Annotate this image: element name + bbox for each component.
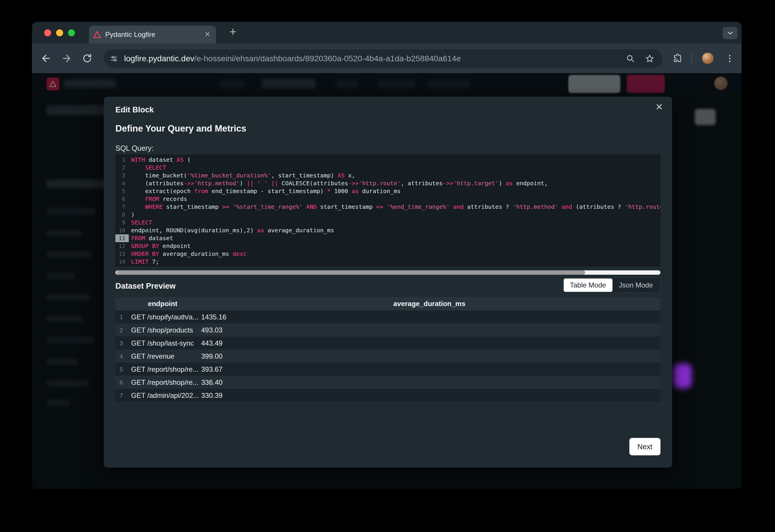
code-line[interactable]: 14LIMIT 7; — [115, 258, 661, 266]
browser-window: Pydantic Logfire × + log — [32, 22, 742, 489]
code-line[interactable]: 6 FROM records — [115, 195, 661, 203]
json-mode-button[interactable]: Json Mode — [613, 278, 659, 292]
browser-menu-icon[interactable] — [722, 51, 737, 66]
code-line[interactable]: 13ORDER BY average_duration_ms desc — [115, 250, 661, 258]
extensions-icon[interactable] — [670, 51, 685, 66]
code-token — [229, 203, 233, 210]
close-icon[interactable]: × — [654, 99, 665, 115]
table-row[interactable]: 4GET /revenue399.00 — [115, 350, 661, 363]
value-cell: 399.00 — [198, 352, 661, 360]
code-token — [450, 203, 453, 210]
code-token: >= — [222, 203, 229, 210]
scrollbar-thumb[interactable] — [116, 270, 585, 275]
code-token: 'http.route' — [359, 180, 401, 187]
code-line[interactable]: 9SELECT — [115, 219, 661, 227]
tab-close-icon[interactable]: × — [203, 26, 212, 44]
zoom-icon[interactable] — [626, 54, 635, 63]
chevron-down-icon — [726, 29, 734, 37]
line-number: 11 — [115, 234, 129, 242]
code-line-content: WHERE start_timestamp >= '%start_time_ra… — [129, 203, 661, 211]
code-token: GROUP BY — [131, 242, 159, 249]
code-line[interactable]: 3 time_bucket('%time_bucket_duration%', … — [115, 172, 661, 179]
code-token: ->> — [184, 180, 194, 187]
back-button[interactable] — [38, 51, 53, 66]
sql-editor-lines: 1WITH dataset AS (2 SELECT3 time_bucket(… — [115, 156, 661, 266]
code-token — [268, 180, 271, 187]
code-line[interactable]: 7 WHERE start_timestamp >= '%start_time_… — [115, 203, 661, 211]
reload-button[interactable] — [80, 51, 95, 66]
code-token: WITH — [131, 156, 145, 163]
endpoint-cell: GET /admin/api/202... — [127, 391, 198, 400]
code-token: start_timestamp — [317, 203, 376, 210]
code-token: desc — [233, 250, 247, 257]
code-line-content: SELECT — [129, 164, 166, 172]
table-row[interactable]: 3GET /shop/last-sync443.49 — [115, 337, 661, 350]
code-line-content: FROM records — [129, 195, 187, 203]
table-mode-button[interactable]: Table Mode — [564, 278, 613, 292]
table-row[interactable]: 7GET /admin/api/202...330.39 — [115, 389, 661, 402]
code-token: ' ' — [257, 180, 268, 187]
table-row[interactable]: 1GET /shopify/auth/a...1435.16 — [115, 310, 661, 323]
endpoint-cell: GET /report/shop/re... — [127, 378, 198, 387]
code-line[interactable]: 8) — [115, 211, 661, 219]
profile-avatar[interactable] — [702, 52, 714, 64]
site-info-icon[interactable] — [109, 54, 118, 63]
code-token: 'http.target' — [453, 180, 499, 187]
code-token: and — [561, 203, 572, 210]
code-line-content: WITH dataset AS ( — [129, 156, 191, 164]
bookmark-star-icon[interactable] — [645, 54, 654, 63]
editor-horizontal-scrollbar[interactable] — [115, 270, 661, 275]
code-line[interactable]: 1WITH dataset AS ( — [115, 156, 661, 164]
table-row[interactable]: 2GET /shop/products493.03 — [115, 323, 661, 337]
sql-editor[interactable]: 1WITH dataset AS (2 SELECT3 time_bucket(… — [115, 154, 661, 267]
fullscreen-window-button[interactable] — [68, 29, 75, 36]
code-token: || — [271, 180, 278, 187]
code-token — [558, 203, 561, 210]
code-line[interactable]: 4 (attributes->>'http.method') || ' ' ||… — [115, 179, 661, 187]
sql-query-label: SQL Query: — [115, 144, 153, 152]
row-number: 1 — [115, 314, 127, 321]
page-content: Edit Block × Define Your Query and Metri… — [32, 73, 742, 489]
code-line[interactable]: 5 extract(epoch from end_timestamp - sta… — [115, 187, 661, 195]
code-token: (attributes — [131, 180, 184, 187]
code-line[interactable]: 12GROUP BY endpoint — [115, 242, 661, 250]
code-line[interactable]: 2 SELECT — [115, 164, 661, 172]
code-token: 1000 — [334, 188, 348, 195]
close-window-button[interactable] — [44, 29, 51, 36]
code-token: COALESCE(attributes — [278, 180, 348, 187]
code-line[interactable]: 10endpoint, ROUND(avg(duration_ms),2) as… — [115, 227, 661, 234]
code-token — [348, 188, 352, 195]
table-row[interactable]: 5GET /report/shop/re...393.67 — [115, 363, 661, 376]
value-cell: 443.49 — [198, 339, 661, 347]
code-token: ->> — [443, 180, 453, 187]
browser-toolbar: logfire.pydantic.dev/e-hosseini/ehsan/da… — [32, 44, 742, 73]
row-number: 5 — [115, 366, 127, 373]
code-token: dataset — [145, 235, 173, 242]
new-tab-button[interactable]: + — [225, 25, 241, 40]
code-token: , attributes — [401, 180, 443, 187]
code-token: ) — [131, 211, 134, 218]
line-number: 4 — [115, 179, 129, 187]
tab-search-button[interactable] — [723, 27, 738, 39]
code-token: duration_ms — [359, 188, 401, 195]
code-line-content: GROUP BY endpoint — [129, 242, 191, 250]
code-token: SELECT — [131, 219, 152, 226]
endpoint-cell: GET /shop/last-sync — [127, 339, 198, 347]
table-row[interactable]: 6GET /report/shop/re...336.40 — [115, 376, 661, 389]
code-token: attributes ? — [464, 203, 513, 210]
code-token: and — [453, 203, 464, 210]
address-bar[interactable]: logfire.pydantic.dev/e-hosseini/ehsan/da… — [104, 49, 663, 68]
forward-button[interactable] — [59, 51, 74, 66]
code-line[interactable]: 11FROM dataset — [115, 234, 661, 242]
next-button[interactable]: Next — [629, 438, 661, 455]
code-token — [131, 195, 145, 202]
code-line-content: FROM dataset — [129, 234, 173, 242]
code-token: || — [247, 180, 254, 187]
code-line-content: endpoint, ROUND(avg(duration_ms),2) as a… — [129, 227, 334, 234]
url-text: logfire.pydantic.dev/e-hosseini/ehsan/da… — [124, 54, 461, 63]
browser-tab[interactable]: Pydantic Logfire × — [89, 26, 216, 44]
code-token: FROM — [131, 235, 145, 242]
code-line-content: ) — [129, 211, 134, 219]
minimize-window-button[interactable] — [56, 29, 63, 36]
code-token: AS — [338, 172, 345, 179]
